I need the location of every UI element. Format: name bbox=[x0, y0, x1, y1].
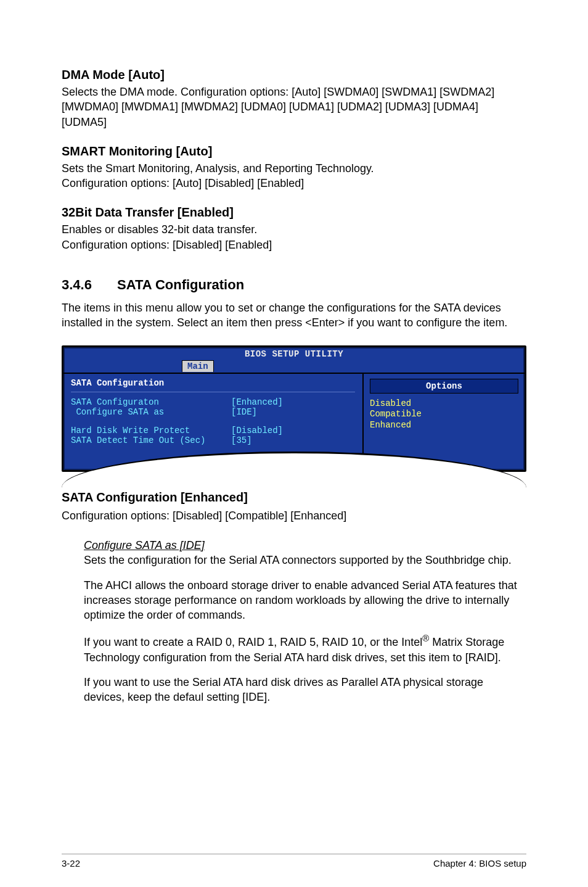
bios-row-value: [Disabled] bbox=[231, 426, 283, 435]
footer-chapter: Chapter 4: BIOS setup bbox=[433, 858, 526, 868]
bios-body: SATA Configuration SATA Configuraton [En… bbox=[63, 373, 525, 470]
configure-sata-heading: Configure SATA as [IDE] bbox=[84, 539, 205, 551]
bios-row-value: [35] bbox=[231, 435, 252, 445]
bios-tab-main[interactable]: Main bbox=[182, 360, 214, 372]
bios-left-header: SATA Configuration bbox=[71, 376, 355, 392]
configure-sata-block: Configure SATA as [IDE] Sets the configu… bbox=[84, 538, 526, 705]
sata-config-body: Configuration options: [Disabled] [Compa… bbox=[62, 508, 526, 523]
smart-heading: SMART Monitoring [Auto] bbox=[62, 144, 526, 159]
32bit-body-line1: Enables or disables 32-bit data transfer… bbox=[62, 223, 257, 236]
bios-row[interactable]: SATA Configuraton [Enhanced] bbox=[71, 397, 355, 407]
page-footer: 3-22 Chapter 4: BIOS setup bbox=[62, 854, 526, 868]
configure-sata-p2: The AHCI allows the onboard storage driv… bbox=[84, 578, 526, 623]
bios-tab-row: Main bbox=[63, 360, 525, 373]
bios-row[interactable]: Hard Disk Write Protect [Disabled] bbox=[71, 426, 355, 435]
bios-row-label: SATA Detect Time Out (Sec) bbox=[71, 435, 231, 445]
32bit-heading: 32Bit Data Transfer [Enabled] bbox=[62, 205, 526, 220]
32bit-body: Enables or disables 32-bit data transfer… bbox=[62, 222, 526, 252]
bios-row-value: [IDE] bbox=[231, 407, 257, 417]
configure-sata-p3: If you want to create a RAID 0, RAID 1, … bbox=[84, 632, 526, 665]
bios-row-label: SATA Configuraton bbox=[71, 397, 231, 407]
smart-body-line1: Sets the Smart Monitoring, Analysis, and… bbox=[62, 162, 374, 175]
footer-page-number: 3-22 bbox=[62, 858, 80, 868]
bios-title: BIOS SETUP UTILITY bbox=[63, 347, 525, 360]
smart-body-line2: Configuration options: [Auto] [Disabled]… bbox=[62, 177, 304, 189]
32bit-body-line2: Configuration options: [Disabled] [Enabl… bbox=[62, 239, 272, 251]
section-intro: The items in this menu allow you to set … bbox=[62, 300, 526, 331]
bios-option[interactable]: Compatible bbox=[370, 409, 518, 420]
dma-mode-body: Selects the DMA mode. Configuration opti… bbox=[62, 85, 526, 130]
bios-left-pane: SATA Configuration SATA Configuraton [En… bbox=[63, 374, 364, 470]
dma-mode-heading: DMA Mode [Auto] bbox=[62, 68, 526, 82]
bios-row[interactable]: SATA Detect Time Out (Sec) [35] bbox=[71, 435, 355, 445]
section-title: SATA Configuration bbox=[117, 277, 244, 293]
bios-row-value: [Enhanced] bbox=[231, 397, 283, 407]
bios-option[interactable]: Enhanced bbox=[370, 420, 518, 431]
bios-options-title: Options bbox=[370, 379, 518, 394]
bios-right-pane: Options Disabled Compatible Enhanced bbox=[364, 374, 525, 470]
bios-row-label: Configure SATA as bbox=[71, 407, 231, 417]
bios-row[interactable]: Configure SATA as [IDE] bbox=[71, 407, 355, 417]
bios-row-spacer bbox=[71, 417, 355, 426]
configure-sata-p4: If you want to use the Serial ATA hard d… bbox=[84, 675, 526, 705]
bios-panel: BIOS SETUP UTILITY Main SATA Configurati… bbox=[62, 345, 526, 472]
p3-part-a: If you want to create a RAID 0, RAID 1, … bbox=[84, 636, 422, 648]
bios-row-label: Hard Disk Write Protect bbox=[71, 426, 231, 435]
configure-sata-para: Configure SATA as [IDE] Sets the configu… bbox=[84, 538, 526, 568]
configure-sata-p1: Sets the configuration for the Serial AT… bbox=[84, 554, 512, 566]
bios-option[interactable]: Disabled bbox=[370, 398, 518, 410]
smart-body: Sets the Smart Monitoring, Analysis, and… bbox=[62, 161, 526, 191]
bios-screenshot: BIOS SETUP UTILITY Main SATA Configurati… bbox=[62, 345, 526, 472]
sata-config-heading: SATA Configuration [Enhanced] bbox=[62, 490, 526, 505]
section-number: 3.4.6 bbox=[62, 277, 117, 293]
registered-mark: ® bbox=[422, 633, 429, 643]
section-heading: 3.4.6 SATA Configuration bbox=[62, 277, 526, 293]
